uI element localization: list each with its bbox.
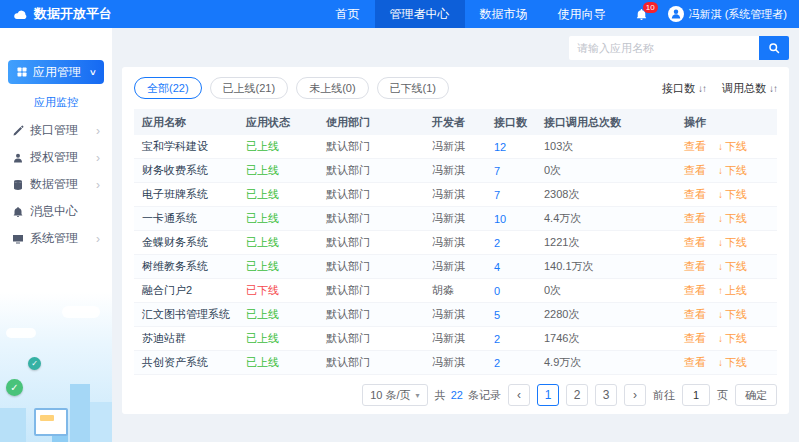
next-page-button[interactable]: › xyxy=(624,384,646,406)
sort-arrows-icon: ↓↑ xyxy=(769,83,777,94)
building-shape xyxy=(90,402,112,442)
nav-item[interactable]: 首页 xyxy=(321,0,375,28)
page-button[interactable]: 3 xyxy=(595,384,617,406)
api-count-link[interactable]: 12 xyxy=(494,141,544,153)
api-count-link[interactable]: 0 xyxy=(494,285,544,297)
api-count-link[interactable]: 2 xyxy=(494,237,544,249)
app-name-cell: 宝和学科建设 xyxy=(142,139,246,154)
app-name-cell: 金蝶财务系统 xyxy=(142,235,246,250)
sidebar-item[interactable]: 接口管理› xyxy=(0,117,112,144)
page-button[interactable]: 1 xyxy=(537,384,559,406)
toggle-label: 下线 xyxy=(725,139,747,154)
main-content: 全部(22)已上线(21)未上线(0)已下线(1) 接口数↓↑调用总数↓↑ 应用… xyxy=(112,28,799,442)
calls-cell: 0次 xyxy=(544,163,684,178)
app-table: 应用名称应用状态使用部门开发者接口数接口调用总次数操作 宝和学科建设已上线默认部… xyxy=(134,109,777,375)
sidebar-item-label: 应用管理 xyxy=(33,64,81,81)
top-header: 数据开放平台 首页管理者中心数据市场使用向导 10 冯新淇 (系统管理者) xyxy=(0,0,799,28)
actions-cell: 查看↓下线 xyxy=(684,355,777,370)
sidebar-item[interactable]: 消息中心 xyxy=(0,198,112,225)
api-count-link[interactable]: 5 xyxy=(494,309,544,321)
api-count-link[interactable]: 7 xyxy=(494,189,544,201)
api-count-link[interactable]: 2 xyxy=(494,357,544,369)
notification-bell[interactable]: 10 xyxy=(635,8,648,21)
view-link[interactable]: 查看 xyxy=(684,259,706,274)
view-link[interactable]: 查看 xyxy=(684,355,706,370)
nav-item[interactable]: 管理者中心 xyxy=(375,0,465,28)
status-text: 已上线 xyxy=(246,356,279,368)
toggle-label: 下线 xyxy=(725,259,747,274)
view-link[interactable]: 查看 xyxy=(684,331,706,346)
table-row: 宝和学科建设已上线默认部门冯新淇12103次查看↓下线 xyxy=(134,135,777,159)
app-name-cell: 苏迪站群 xyxy=(142,331,246,346)
dept-cell: 默认部门 xyxy=(326,355,432,370)
developer-cell: 冯新淇 xyxy=(432,211,494,226)
nav-item[interactable]: 数据市场 xyxy=(465,0,543,28)
toggle-label: 下线 xyxy=(725,163,747,178)
app-status-cell: 已上线 xyxy=(246,163,326,178)
api-count-link[interactable]: 2 xyxy=(494,333,544,345)
sidebar-item-app-management[interactable]: 应用管理∨ xyxy=(8,60,104,84)
actions-cell: 查看↓下线 xyxy=(684,235,777,250)
down-icon: ↓ xyxy=(718,309,723,320)
nav-item[interactable]: 使用向导 xyxy=(543,0,621,28)
search-input[interactable] xyxy=(569,36,759,60)
filter-tab[interactable]: 已下线(1) xyxy=(377,77,449,99)
toggle-online-link[interactable]: ↓下线 xyxy=(718,187,747,202)
sort-button[interactable]: 接口数↓↑ xyxy=(662,81,706,96)
toggle-online-link[interactable]: ↓下线 xyxy=(718,163,747,178)
view-link[interactable]: 查看 xyxy=(684,139,706,154)
notification-badge: 10 xyxy=(643,2,658,13)
view-link[interactable]: 查看 xyxy=(684,211,706,226)
toggle-online-link[interactable]: ↓下线 xyxy=(718,259,747,274)
toggle-online-link[interactable]: ↓下线 xyxy=(718,331,747,346)
down-icon: ↓ xyxy=(718,141,723,152)
api-count-link[interactable]: 10 xyxy=(494,213,544,225)
page-button[interactable]: 2 xyxy=(566,384,588,406)
sidebar-item[interactable]: 授权管理› xyxy=(0,144,112,171)
view-link[interactable]: 查看 xyxy=(684,187,706,202)
sort-button[interactable]: 调用总数↓↑ xyxy=(722,81,777,96)
filter-tab[interactable]: 已上线(21) xyxy=(210,77,289,99)
view-link[interactable]: 查看 xyxy=(684,307,706,322)
search-button[interactable] xyxy=(759,36,789,60)
sidebar-item[interactable]: 数据管理› xyxy=(0,171,112,198)
toggle-online-link[interactable]: ↓下线 xyxy=(718,307,747,322)
calls-cell: 103次 xyxy=(544,139,684,154)
message-icon xyxy=(12,206,24,218)
database-icon xyxy=(12,179,24,191)
toggle-label: 下线 xyxy=(725,211,747,226)
view-link[interactable]: 查看 xyxy=(684,163,706,178)
toggle-online-link[interactable]: ↑上线 xyxy=(718,283,747,298)
toggle-label: 下线 xyxy=(725,331,747,346)
toggle-online-link[interactable]: ↓下线 xyxy=(718,235,747,250)
toggle-online-link[interactable]: ↓下线 xyxy=(718,355,747,370)
prev-page-button[interactable]: ‹ xyxy=(508,384,530,406)
view-link[interactable]: 查看 xyxy=(684,283,706,298)
view-link[interactable]: 查看 xyxy=(684,235,706,250)
user-menu[interactable]: 冯新淇 (系统管理者) xyxy=(668,6,787,22)
toggle-label: 下线 xyxy=(725,187,747,202)
api-count-link[interactable]: 7 xyxy=(494,165,544,177)
down-icon: ↓ xyxy=(718,357,723,368)
developer-cell: 冯新淇 xyxy=(432,163,494,178)
sidebar-illustration: ✓ ✓ xyxy=(0,292,112,442)
dept-cell: 默认部门 xyxy=(326,139,432,154)
sidebar-subitem-app-monitor[interactable]: 应用监控 xyxy=(0,84,112,117)
per-page-value: 10 条/页 xyxy=(370,388,410,403)
developer-cell: 冯新淇 xyxy=(432,235,494,250)
table-row: 融合门户2已下线默认部门胡淼00次查看↑上线 xyxy=(134,279,777,303)
filter-tab[interactable]: 未上线(0) xyxy=(296,77,368,99)
chevron-right-icon: › xyxy=(96,124,100,138)
auth-icon xyxy=(12,152,24,164)
toggle-online-link[interactable]: ↓下线 xyxy=(718,139,747,154)
api-count-link[interactable]: 4 xyxy=(494,261,544,273)
jump-page-input[interactable] xyxy=(682,384,710,406)
actions-cell: 查看↓下线 xyxy=(684,211,777,226)
confirm-button[interactable]: 确定 xyxy=(735,384,777,406)
sidebar-item[interactable]: 系统管理› xyxy=(0,225,112,252)
filter-tab[interactable]: 全部(22) xyxy=(134,77,202,99)
check-icon: ✓ xyxy=(28,357,41,370)
per-page-select[interactable]: 10 条/页 ▾ xyxy=(362,384,427,406)
toggle-online-link[interactable]: ↓下线 xyxy=(718,211,747,226)
status-text: 已上线 xyxy=(246,236,279,248)
